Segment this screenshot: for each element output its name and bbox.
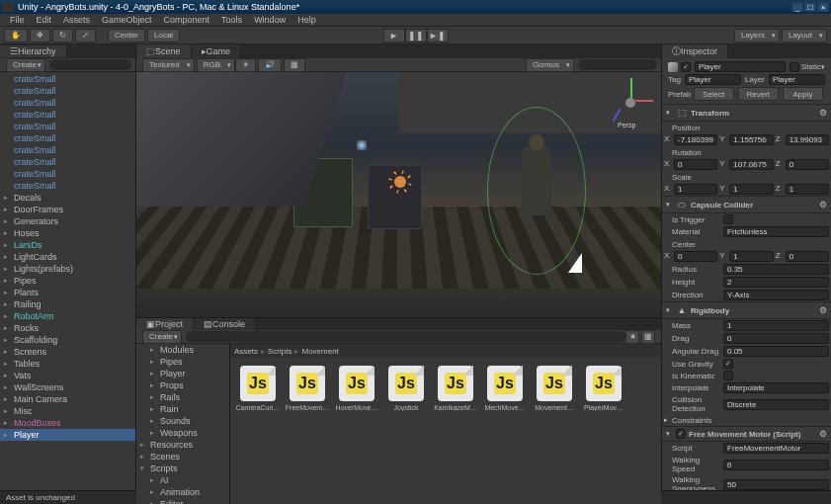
prefab-apply[interactable]: Apply <box>783 87 823 101</box>
interpolate-field[interactable]: Interpolate <box>723 382 829 393</box>
hierarchy-item[interactable]: crateSmall <box>0 109 135 121</box>
script-field[interactable]: FreeMovementMotor <box>723 443 829 454</box>
light-icon[interactable] <box>357 140 367 150</box>
active-checkbox[interactable]: ✓ <box>681 62 691 72</box>
menu-component[interactable]: Component <box>158 15 216 25</box>
gameobject-icon[interactable] <box>668 62 678 72</box>
rot-y[interactable]: 107.0675 <box>729 159 773 170</box>
layers-dropdown[interactable]: Layers <box>734 29 780 42</box>
hierarchy-tree[interactable]: crateSmall crateSmall crateSmall crateSm… <box>0 72 135 490</box>
gear-icon[interactable]: ⚙ <box>819 429 827 439</box>
rot-x[interactable]: 0 <box>674 159 717 170</box>
scale-z[interactable]: 1 <box>786 184 829 195</box>
orientation-gizmo[interactable]: Persp <box>606 78 655 127</box>
scale-tool[interactable]: ⤢ <box>75 29 96 42</box>
hierarchy-search[interactable] <box>49 59 131 70</box>
hierarchy-item[interactable]: ▸Scaffolding <box>0 334 135 346</box>
tree-item[interactable]: ▸Sounds <box>136 415 229 427</box>
asset-item[interactable]: JsHoverMove… <box>337 366 376 504</box>
project-filter-2[interactable]: ▦ <box>641 330 655 344</box>
hand-tool[interactable]: ✋ <box>4 29 28 42</box>
prefab-select[interactable]: Select <box>694 87 734 101</box>
gear-icon[interactable]: ⚙ <box>819 108 827 118</box>
static-checkbox[interactable] <box>789 62 799 72</box>
hierarchy-item[interactable]: crateSmall <box>0 121 135 132</box>
hierarchy-item[interactable]: ▸Pipes <box>0 275 135 287</box>
tree-item[interactable]: ▸Rain <box>136 403 229 415</box>
capsule-header[interactable]: ▾⬭Capsule Collider⚙ <box>662 196 831 213</box>
menu-file[interactable]: File <box>4 15 31 25</box>
center-y[interactable]: 1 <box>729 251 773 262</box>
light-gizmo-icon[interactable] <box>388 170 412 194</box>
hierarchy-item[interactable]: crateSmall <box>0 85 135 97</box>
tree-item[interactable]: ▸Props <box>136 379 229 391</box>
prefab-revert[interactable]: Revert <box>738 87 779 101</box>
scene-viewport[interactable]: Persp <box>136 72 661 317</box>
name-field[interactable]: Player <box>695 61 786 72</box>
breadcrumb-item[interactable]: Scripts <box>268 347 291 356</box>
hierarchy-item[interactable]: ▸Screens <box>0 346 135 358</box>
scale-x[interactable]: 1 <box>674 184 717 195</box>
gear-icon[interactable]: ⚙ <box>819 200 827 210</box>
project-tree[interactable]: ▸Modules ▸Pipes ▸Player ▸Props ▸Rails ▸R… <box>136 344 230 504</box>
hierarchy-item[interactable]: crateSmall <box>0 168 135 180</box>
walksnap-field[interactable]: 50 <box>723 479 829 490</box>
tag-field[interactable]: Player <box>685 74 741 85</box>
asset-item[interactable]: JsPlayerMov… <box>584 366 623 504</box>
inspector-tab[interactable]: ⓘ Inspector <box>662 44 728 59</box>
walkspeed-field[interactable]: 6 <box>723 460 829 470</box>
asset-item[interactable]: JsJoystick <box>386 366 426 504</box>
tree-item[interactable]: ▸Rails <box>136 391 229 403</box>
hierarchy-item[interactable]: crateSmall <box>0 132 135 144</box>
hierarchy-item[interactable]: crateSmall <box>0 97 135 109</box>
breadcrumb-item[interactable]: Assets <box>234 347 258 356</box>
pause-button[interactable]: ❚❚ <box>405 29 427 42</box>
layer-field[interactable]: Player <box>769 74 825 85</box>
mass-field[interactable]: 1 <box>723 320 829 331</box>
tree-item[interactable]: ▾Scripts <box>136 462 229 474</box>
hierarchy-item[interactable]: ▸MoodBoxes <box>0 417 135 429</box>
hierarchy-item[interactable]: ▸Decals <box>0 192 135 204</box>
pivot-local[interactable]: Local <box>147 29 180 42</box>
game-tab[interactable]: ▸ Game <box>192 44 242 58</box>
scene-light-toggle[interactable]: 🔊 <box>258 58 282 72</box>
hierarchy-tab[interactable]: ☰ Hierarchy <box>0 45 67 57</box>
hierarchy-item[interactable]: ▸LightCards <box>0 251 135 263</box>
asset-item[interactable]: JsCameraCon… <box>238 366 278 504</box>
height-field[interactable]: 2 <box>723 277 829 288</box>
scene-2d-toggle[interactable]: ☀ <box>235 58 256 72</box>
step-button[interactable]: ►❚ <box>427 29 449 42</box>
project-tab[interactable]: ▣ Project <box>136 318 194 330</box>
layout-dropdown[interactable]: Layout <box>782 29 827 42</box>
gravity-check[interactable]: ✓ <box>723 359 733 369</box>
menu-gameobject[interactable]: GameObject <box>96 15 158 25</box>
hierarchy-item[interactable]: ▸Vats <box>0 370 135 381</box>
asset-item[interactable]: JsKamikazeM… <box>436 366 475 504</box>
kinematic-check[interactable] <box>723 371 733 380</box>
scene-fx-toggle[interactable]: ▦ <box>284 58 305 72</box>
asset-item[interactable]: JsMechMove… <box>485 366 525 504</box>
project-create[interactable]: Create <box>142 330 182 344</box>
hierarchy-item[interactable]: ▸Hoses <box>0 227 135 239</box>
center-z[interactable]: 0 <box>786 251 829 262</box>
center-x[interactable]: 0 <box>674 251 717 262</box>
hierarchy-item[interactable]: ▸Misc <box>0 405 135 417</box>
tree-item[interactable]: ▸Animation <box>136 486 229 498</box>
coldet-field[interactable]: Discrete <box>723 399 829 410</box>
play-button[interactable]: ► <box>383 29 405 42</box>
hierarchy-item[interactable]: crateSmall <box>0 156 135 168</box>
shading-mode[interactable]: Textured <box>142 58 195 72</box>
transform-header[interactable]: ▾⬚Transform⚙ <box>662 104 831 122</box>
hierarchy-item[interactable]: ▸LarsDs <box>0 239 135 251</box>
scene-tab[interactable]: ⬚ Scene <box>136 44 192 58</box>
hierarchy-item[interactable]: crateSmall <box>0 144 135 156</box>
hierarchy-item[interactable]: ▸Rocks <box>0 322 135 334</box>
player-character[interactable] <box>507 126 566 255</box>
hierarchy-item[interactable]: ▸WallScreens <box>0 381 135 393</box>
drag-field[interactable]: 0 <box>723 333 829 344</box>
material-field[interactable]: Frictionless <box>723 226 829 237</box>
scene-search[interactable] <box>578 59 657 70</box>
gizmos-dropdown[interactable]: Gizmos <box>526 58 574 72</box>
hierarchy-item[interactable]: ▸Main Camera <box>0 393 135 405</box>
minimize-button[interactable]: _ <box>791 2 803 12</box>
